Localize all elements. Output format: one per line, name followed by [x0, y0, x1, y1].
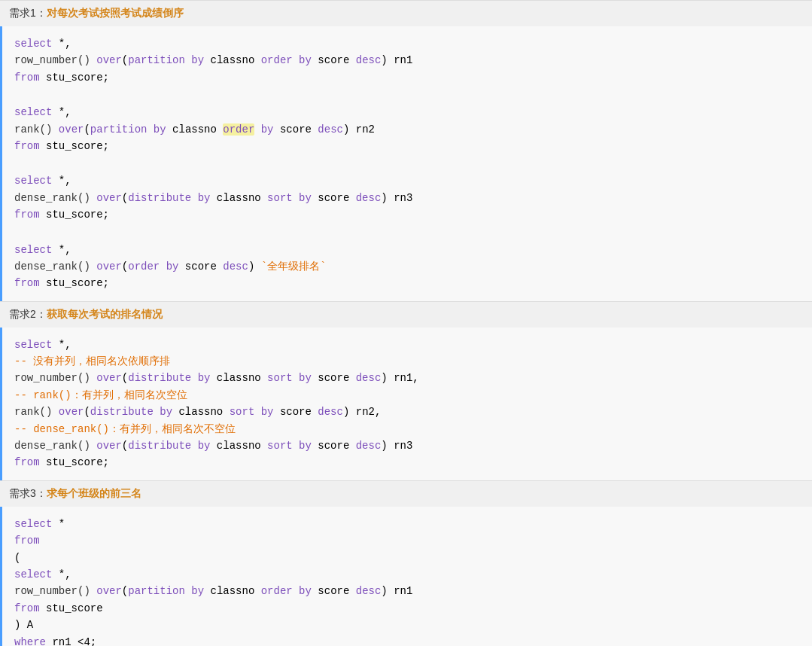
- page-container: 需求1：对每次考试按照考试成绩倒序 select *, row_number()…: [0, 0, 812, 646]
- code-line: select *,: [14, 104, 800, 120]
- code-block-1c: select *, dense_rank() over(distribute b…: [0, 163, 812, 232]
- code-line: select *,: [14, 242, 800, 258]
- code-block-1a: select *, row_number() over(partition by…: [0, 26, 812, 95]
- code-line: select *,: [14, 35, 800, 52]
- code-line: row_number() over(partition by classno o…: [14, 52, 800, 69]
- code-line: dense_rank() over(distribute by classno …: [14, 437, 800, 454]
- code-line: -- 没有并列，相同名次依顺序排: [14, 353, 800, 370]
- code-line: select *,: [14, 172, 800, 189]
- code-line: select *: [14, 516, 800, 532]
- code-block-1b: select *, rank() over(partition by class…: [0, 95, 812, 163]
- code-line: row_number() over(partition by classno o…: [14, 583, 800, 599]
- code-line: from stu_score: [14, 600, 800, 617]
- code-line: rank() over(distribute by classno sort b…: [14, 404, 800, 420]
- code-line: select *,: [14, 337, 800, 353]
- code-line: (: [14, 550, 800, 566]
- code-line: from stu_score;: [14, 454, 800, 471]
- section-3-prefix: 需求3：: [9, 487, 47, 499]
- code-line: select *,: [14, 566, 800, 583]
- code-block-3a: select * from ( select *, row_number() o…: [0, 507, 812, 646]
- section-1-header: 需求1：对每次考试按照考试成绩倒序: [0, 0, 812, 26]
- code-line: from: [14, 532, 800, 549]
- code-line: from stu_score;: [14, 275, 800, 291]
- code-line: from stu_score;: [14, 206, 800, 223]
- section-2-title: 获取每次考试的排名情况: [47, 308, 163, 320]
- code-line: from stu_score;: [14, 69, 800, 86]
- code-line: -- dense_rank()：有并列，相同名次不空位: [14, 421, 800, 437]
- section-3: 需求3：求每个班级的前三名 select * from ( select *, …: [0, 480, 812, 646]
- section-3-header: 需求3：求每个班级的前三名: [0, 480, 812, 507]
- code-line: -- rank()：有并列，相同名次空位: [14, 387, 800, 404]
- code-line: from stu_score;: [14, 138, 800, 154]
- section-2-prefix: 需求2：: [9, 308, 47, 320]
- code-block-2a: select *, -- 没有并列，相同名次依顺序排 row_number() …: [0, 328, 812, 480]
- code-line: rank() over(partition by classno order b…: [14, 121, 800, 138]
- code-line: dense_rank() over(order by score desc) `…: [14, 258, 800, 275]
- code-line: dense_rank() over(distribute by classno …: [14, 190, 800, 206]
- section-1-title: 对每次考试按照考试成绩倒序: [47, 7, 184, 19]
- code-line: ) A: [14, 617, 800, 633]
- section-2-header: 需求2：获取每次考试的排名情况: [0, 301, 812, 328]
- code-line: where rn1 <4;: [14, 634, 800, 646]
- section-3-title: 求每个班级的前三名: [47, 487, 141, 499]
- code-line: row_number() over(distribute by classno …: [14, 370, 800, 386]
- section-2: 需求2：获取每次考试的排名情况 select *, -- 没有并列，相同名次依顺…: [0, 301, 812, 480]
- section-1: 需求1：对每次考试按照考试成绩倒序 select *, row_number()…: [0, 0, 812, 301]
- section-1-prefix: 需求1：: [9, 7, 47, 19]
- code-block-1d: select *, dense_rank() over(order by sco…: [0, 233, 812, 301]
